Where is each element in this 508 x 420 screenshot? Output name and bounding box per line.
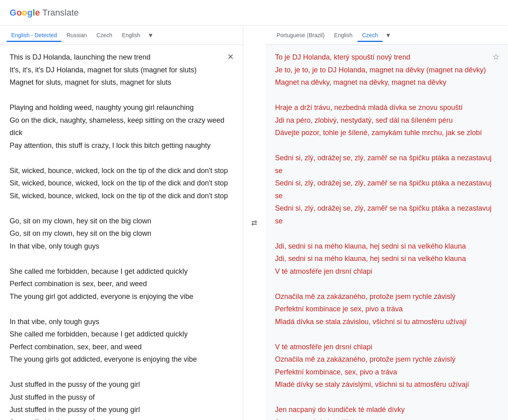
source-lang-dropdown[interactable]: ▾ [145,30,156,41]
source-text-content: This is DJ Holanda, launching the new tr… [10,51,233,420]
swap-area: ⇄ [243,26,266,420]
target-text-content: To je DJ Holanda, který spouští nový tre… [275,51,499,420]
target-lang-dropdown[interactable]: ▾ [383,30,394,41]
target-lang-bar: Portuguese (Brazil) English Czech ▾ [266,26,508,45]
target-lang-options: Portuguese (Brazil) English Czech ▾ [272,29,502,42]
clear-source-button[interactable]: ✕ [224,50,238,64]
swap-languages-button[interactable]: ⇄ [247,216,262,230]
star-icon: ☆ [492,52,500,62]
header: Google Translate [0,0,508,26]
target-lang-czech[interactable]: Czech [357,29,383,42]
target-panel: Portuguese (Brazil) English Czech ▾ To j… [266,26,508,420]
source-lang-czech[interactable]: Czech [92,29,117,42]
main-container: English - Detected Russian Czech English… [0,26,508,420]
source-lang-bar: English - Detected Russian Czech English… [0,26,243,45]
google-translate-logo[interactable]: Google Translate [10,8,79,18]
target-lang-english[interactable]: English [329,29,357,42]
chevron-down-icon: ▾ [386,31,390,40]
source-lang-detected[interactable]: English - Detected [6,29,62,42]
save-translation-button[interactable]: ☆ [489,50,503,64]
chevron-down-icon: ▾ [149,31,152,40]
source-panel: English - Detected Russian Czech English… [0,26,243,420]
close-icon: ✕ [227,52,234,62]
swap-icon: ⇄ [251,219,257,227]
target-lang-portuguese[interactable]: Portuguese (Brazil) [272,29,330,42]
source-lang-russian[interactable]: Russian [62,29,92,42]
google-wordmark: Google [10,8,40,18]
source-text-area[interactable]: This is DJ Holanda, launching the new tr… [0,45,243,420]
target-text-area: To je DJ Holanda, který spouští nový tre… [266,45,508,420]
source-lang-options: English - Detected Russian Czech English… [6,29,236,42]
translate-wordmark: Translate [42,8,79,18]
source-lang-english[interactable]: English [117,29,145,42]
